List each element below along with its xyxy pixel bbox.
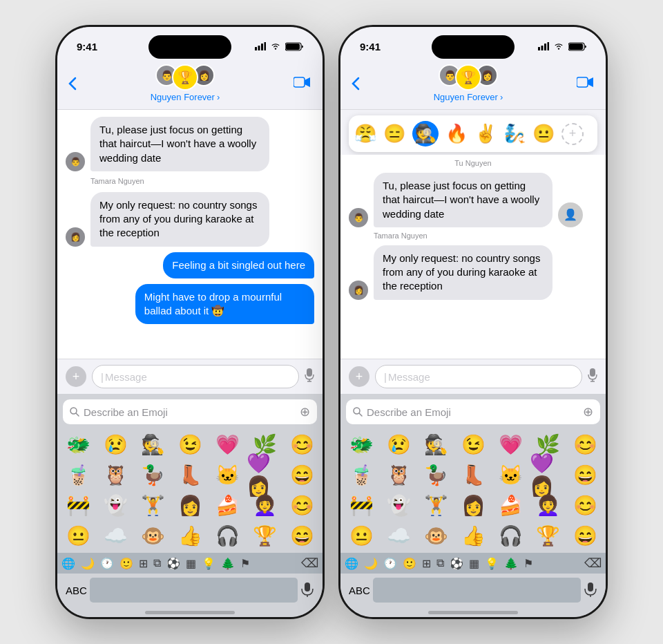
emoji-cell[interactable]: 🦉	[97, 460, 133, 489]
emoji-cell[interactable]: 💜👩	[530, 460, 566, 489]
kb-smile-icon[interactable]: 🙂	[119, 557, 133, 570]
kb-globe-icon[interactable]: 🌐	[61, 557, 75, 570]
emoji-picker-add-button[interactable]: +	[561, 123, 584, 145]
delete-key-right[interactable]: ⌫	[584, 556, 602, 571]
emoji-cell[interactable]: 🏋️	[418, 491, 454, 520]
delete-key-left[interactable]: ⌫	[301, 556, 318, 571]
emoji-cell[interactable]: 😉	[455, 430, 491, 459]
back-button-right[interactable]	[352, 77, 360, 91]
emoji-cell[interactable]: 🏋️	[135, 491, 171, 520]
emoji-cell[interactable]: 👍	[455, 521, 491, 550]
emoji-cell[interactable]: 🧋	[343, 460, 379, 489]
nav-center-right[interactable]: 👨 🏆 👩 Nguyen Forever ›	[434, 64, 503, 102]
emoji-cell[interactable]: 😐	[60, 521, 96, 550]
emoji-cell[interactable]: 😄	[284, 521, 320, 550]
emoji-cell[interactable]: 🎧	[492, 521, 528, 550]
plus-button-right[interactable]: +	[349, 366, 369, 387]
video-button-left[interactable]	[294, 75, 311, 93]
kb-soccer-icon-r[interactable]: ⚽	[450, 557, 463, 570]
emoji-cell[interactable]: ☁️	[97, 521, 133, 550]
kb-tree-icon-r[interactable]: 🌲	[504, 557, 518, 570]
emoji-search-bar-left[interactable]: Describe an Emoji ⊕	[63, 399, 317, 424]
kb-copy-icon[interactable]: ⧉	[153, 557, 161, 569]
emoji-picker-item[interactable]: 😐	[532, 123, 555, 144]
emoji-cell[interactable]: 👩	[172, 491, 208, 520]
emoji-cell[interactable]: 🍰	[492, 491, 528, 520]
emoji-picker-item[interactable]: 🔥	[445, 123, 468, 144]
emoji-cell[interactable]: 🚧	[60, 491, 96, 520]
kb-soccer-icon[interactable]: ⚽	[166, 557, 180, 570]
back-button-left[interactable]	[68, 77, 77, 91]
emoji-cell[interactable]: 😢	[97, 430, 133, 459]
kb-items-icon[interactable]: ▦	[186, 557, 196, 570]
emoji-cell[interactable]: 😄	[284, 460, 320, 489]
emoji-cell[interactable]: 😢	[381, 430, 416, 459]
emoji-picker-selected[interactable]: 🕵️	[412, 121, 439, 146]
emoji-magic-button-left[interactable]: ⊕	[300, 404, 310, 419]
kb-tree-icon[interactable]: 🌲	[221, 557, 235, 570]
emoji-cell[interactable]: 👻	[97, 491, 133, 520]
emoji-cell[interactable]: 👢	[172, 460, 208, 489]
video-button-right[interactable]	[577, 75, 595, 93]
kb-copy-icon-r[interactable]: ⧉	[436, 557, 444, 569]
emoji-cell[interactable]: 👩‍🦱	[247, 491, 282, 520]
nav-center-left[interactable]: 👨 🏆 👩 Nguyen Forever ›	[151, 64, 220, 102]
emoji-cell[interactable]: 💗	[209, 430, 245, 459]
emoji-cell[interactable]: 🐱	[492, 460, 528, 489]
emoji-cell[interactable]: 🕵️	[418, 430, 454, 459]
mic-button-left[interactable]	[305, 368, 314, 386]
emoji-cell[interactable]: 🐲	[343, 430, 379, 459]
emoji-picker-item[interactable]: 😤	[354, 123, 376, 144]
kb-smile-icon-r[interactable]: 🙂	[403, 557, 416, 570]
emoji-cell[interactable]: 🦉	[381, 460, 416, 489]
emoji-cell[interactable]: 😊	[567, 491, 603, 520]
message-input-left[interactable]: | Message	[92, 365, 299, 388]
emoji-cell[interactable]: 💜👩	[247, 460, 282, 489]
emoji-cell[interactable]: 🕵️	[135, 430, 171, 459]
mic-icon-right[interactable]	[584, 583, 597, 598]
emoji-search-bar-right[interactable]: Describe an Emoji ⊕	[346, 399, 600, 424]
mic-button-right[interactable]	[588, 368, 597, 386]
emoji-cell[interactable]: 👻	[381, 491, 416, 520]
kb-bulb-icon[interactable]: 💡	[202, 557, 215, 570]
kb-items-icon-r[interactable]: ▦	[469, 557, 479, 570]
emoji-cell[interactable]: 🐵	[135, 521, 171, 550]
emoji-cell[interactable]: 😄	[567, 460, 603, 489]
emoji-cell[interactable]: 🐲	[60, 430, 96, 459]
abc-label-left[interactable]: ABC	[66, 585, 87, 596]
space-bar-right[interactable]	[373, 578, 581, 603]
emoji-cell[interactable]: 🚧	[343, 491, 379, 520]
kb-clock-icon-r[interactable]: 🕐	[383, 557, 397, 570]
emoji-cell[interactable]: 🐱	[209, 460, 245, 489]
kb-grid-icon-r[interactable]: ⊞	[422, 557, 431, 570]
space-bar-left[interactable]	[90, 578, 298, 603]
kb-globe-icon-r[interactable]: 🌐	[345, 557, 358, 570]
kb-flag-icon[interactable]: ⚑	[240, 557, 250, 570]
emoji-picker-item[interactable]: ✌️	[474, 123, 497, 144]
emoji-cell[interactable]: 👩‍🦱	[530, 491, 566, 520]
emoji-cell[interactable]: 👢	[455, 460, 491, 489]
kb-grid-icon[interactable]: ⊞	[139, 557, 148, 570]
abc-label-right[interactable]: ABC	[349, 585, 370, 596]
emoji-cell[interactable]: ☁️	[381, 521, 416, 550]
emoji-cell[interactable]: 👩	[455, 491, 491, 520]
emoji-cell[interactable]: 😐	[343, 521, 379, 550]
kb-clock-icon[interactable]: 🕐	[100, 557, 114, 570]
emoji-cell[interactable]: 🦆	[135, 460, 171, 489]
emoji-cell[interactable]: 😊	[284, 430, 320, 459]
emoji-cell[interactable]: 💗	[492, 430, 528, 459]
kb-flag-icon-r[interactable]: ⚑	[523, 557, 533, 570]
kb-bulb-icon-r[interactable]: 💡	[485, 557, 499, 570]
emoji-cell[interactable]: 🦆	[418, 460, 454, 489]
emoji-cell[interactable]: 😄	[567, 521, 603, 550]
emoji-cell[interactable]: 🍰	[209, 491, 245, 520]
emoji-cell[interactable]: 👍	[172, 521, 208, 550]
kb-moon-icon-r[interactable]: 🌙	[364, 557, 378, 570]
message-input-right[interactable]: | Message	[375, 365, 582, 388]
emoji-cell[interactable]: 🐵	[418, 521, 454, 550]
plus-button-left[interactable]: +	[66, 366, 86, 387]
emoji-cell[interactable]: 😊	[567, 430, 603, 459]
emoji-cell[interactable]: 🏆	[247, 521, 282, 550]
emoji-picker-item[interactable]: 😑	[383, 123, 405, 144]
emoji-cell[interactable]: 😉	[172, 430, 208, 459]
